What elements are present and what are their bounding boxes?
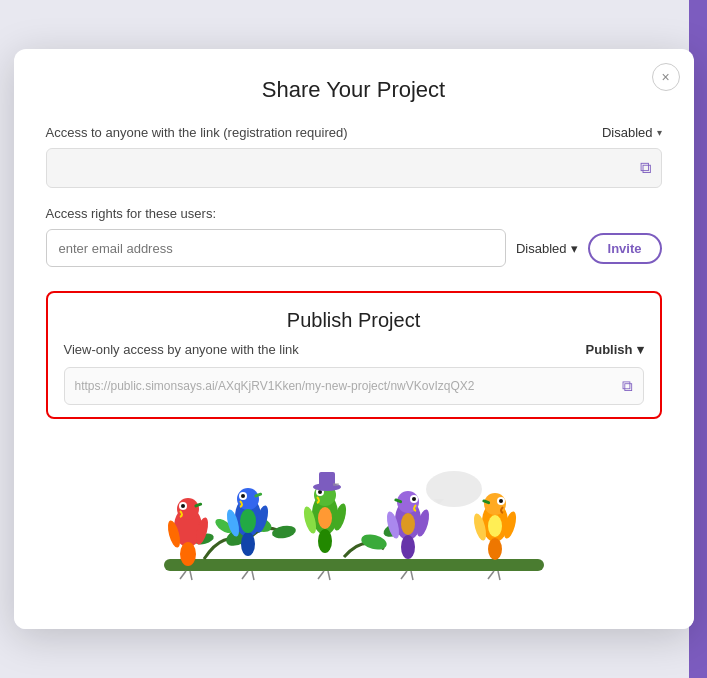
modal-title: Share Your Project: [46, 77, 662, 103]
access-anyone-row: Access to anyone with the link (registra…: [46, 125, 662, 140]
share-modal: × Share Your Project Access to anyone wi…: [14, 49, 694, 629]
publish-title: Publish Project: [64, 309, 644, 332]
svg-line-57: [190, 571, 192, 580]
publish-link-input[interactable]: [75, 379, 622, 393]
publish-description: View-only access by anyone with the link: [64, 342, 299, 357]
svg-point-54: [426, 471, 482, 507]
svg-line-65: [498, 571, 500, 580]
svg-line-61: [328, 571, 330, 580]
svg-line-62: [401, 571, 407, 579]
svg-point-12: [181, 504, 185, 508]
copy-icon: ⧉: [640, 159, 651, 177]
svg-point-49: [499, 499, 503, 503]
svg-point-35: [318, 507, 332, 529]
access-link-input[interactable]: [57, 161, 640, 176]
invite-button[interactable]: Invite: [588, 233, 662, 264]
parrots-illustration: [144, 444, 564, 629]
access-status-value: Disabled: [602, 125, 653, 140]
svg-point-10: [180, 542, 196, 566]
chevron-down-icon: ▾: [657, 127, 662, 138]
email-input[interactable]: [46, 229, 506, 267]
access-rights-label: Access rights for these users:: [46, 206, 662, 221]
copy-icon: ⧉: [622, 377, 633, 395]
email-status-dropdown[interactable]: Disabled ▾: [516, 241, 578, 256]
svg-rect-32: [333, 483, 339, 486]
svg-point-20: [241, 494, 245, 498]
svg-line-60: [318, 571, 324, 579]
email-status-value: Disabled: [516, 241, 567, 256]
svg-line-64: [488, 571, 494, 579]
modal-overlay: × Share Your Project Access to anyone wi…: [0, 0, 707, 678]
svg-rect-0: [164, 559, 544, 571]
svg-point-3: [271, 524, 297, 540]
svg-line-56: [180, 571, 186, 579]
svg-rect-31: [319, 472, 335, 488]
svg-line-58: [242, 571, 248, 579]
publish-copy-button[interactable]: ⧉: [622, 377, 633, 395]
svg-point-4: [359, 532, 388, 552]
svg-point-53: [488, 515, 502, 537]
svg-point-27: [318, 529, 332, 553]
access-anyone-label: Access to anyone with the link (registra…: [46, 125, 348, 140]
close-button[interactable]: ×: [652, 63, 680, 91]
svg-point-24: [240, 509, 256, 533]
svg-point-40: [412, 497, 416, 501]
publish-status-value: Publish: [586, 342, 633, 357]
publish-section: Publish Project View-only access by anyo…: [46, 291, 662, 419]
chevron-down-icon: ▾: [637, 342, 644, 357]
publish-row: View-only access by anyone with the link…: [64, 342, 644, 357]
illustration-area: [14, 439, 694, 629]
svg-line-59: [252, 571, 254, 580]
svg-point-44: [401, 513, 415, 535]
svg-point-18: [241, 532, 255, 556]
close-icon: ×: [661, 70, 669, 84]
email-invite-row: Disabled ▾ Invite: [46, 229, 662, 267]
copy-link-button[interactable]: ⧉: [640, 159, 651, 177]
access-link-container: ⧉: [46, 148, 662, 188]
publish-link-container: ⧉: [64, 367, 644, 405]
publish-status-dropdown[interactable]: Publish ▾: [586, 342, 644, 357]
svg-line-63: [411, 571, 413, 580]
svg-point-47: [488, 538, 502, 560]
chevron-down-icon: ▾: [571, 241, 578, 256]
svg-point-38: [401, 535, 415, 559]
access-status-dropdown[interactable]: Disabled ▾: [602, 125, 662, 140]
